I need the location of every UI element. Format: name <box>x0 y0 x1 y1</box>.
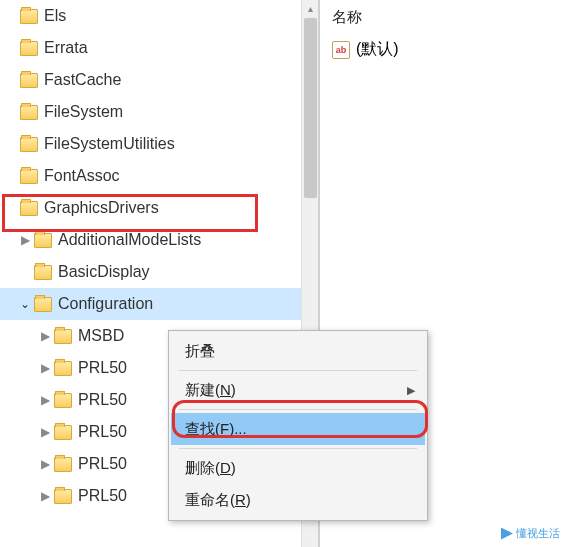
menu-item-find[interactable]: 查找(F)... <box>171 413 425 445</box>
context-menu: 折叠 新建(N) ▶ 查找(F)... 删除(D) 重命名(R) <box>168 330 428 521</box>
value-label: (默认) <box>356 39 399 60</box>
tree-item-fontassoc[interactable]: ▶ FontAssoc <box>0 160 318 192</box>
tree-item-errata[interactable]: ▶ Errata <box>0 32 318 64</box>
tree-label: Configuration <box>58 295 153 313</box>
menu-separator <box>179 448 417 449</box>
menu-item-collapse[interactable]: 折叠 <box>171 335 425 367</box>
folder-icon <box>34 265 52 280</box>
expander-icon[interactable]: ▶ <box>38 425 52 439</box>
scroll-up-icon[interactable]: ▴ <box>302 0 319 17</box>
submenu-arrow-icon: ▶ <box>407 384 415 397</box>
tree-item-graphicsdrivers[interactable]: ▶ GraphicsDrivers <box>0 192 318 224</box>
tree-item-els[interactable]: ▶ Els <box>0 0 318 32</box>
scrollbar-thumb[interactable] <box>304 18 317 198</box>
tree-item-filesystem[interactable]: ▶ FileSystem <box>0 96 318 128</box>
tree-label: MSBD <box>78 327 124 345</box>
expander-icon[interactable]: ⌄ <box>18 297 32 311</box>
tree-label: PRL50 <box>78 423 127 441</box>
tree-label: Errata <box>44 39 88 57</box>
folder-icon <box>20 201 38 216</box>
expander-icon[interactable]: ▶ <box>38 489 52 503</box>
watermark: 懂视生活 <box>501 526 560 541</box>
expander-icon[interactable]: ▶ <box>38 329 52 343</box>
menu-separator <box>179 370 417 371</box>
expander-icon[interactable]: ▶ <box>38 361 52 375</box>
folder-icon <box>54 361 72 376</box>
tree-label: PRL50 <box>78 487 127 505</box>
column-header-name[interactable]: 名称 <box>328 8 558 27</box>
folder-icon <box>20 9 38 24</box>
menu-item-rename[interactable]: 重命名(R) <box>171 484 425 516</box>
tree-item-fastcache[interactable]: ▶ FastCache <box>0 64 318 96</box>
tree-label: BasicDisplay <box>58 263 150 281</box>
tree-label: PRL50 <box>78 391 127 409</box>
expander-icon[interactable]: ▶ <box>18 233 32 247</box>
tree-label: FastCache <box>44 71 121 89</box>
folder-icon <box>54 457 72 472</box>
tree-item-additionalmodelists[interactable]: ▶ AdditionalModeLists <box>0 224 318 256</box>
tree-label: FontAssoc <box>44 167 120 185</box>
folder-icon <box>20 169 38 184</box>
folder-icon <box>34 233 52 248</box>
folder-icon <box>54 425 72 440</box>
menu-label: 折叠 <box>185 342 215 361</box>
tree-item-filesystemutilities[interactable]: ▶ FileSystemUtilities <box>0 128 318 160</box>
tree-label: PRL50 <box>78 455 127 473</box>
menu-separator <box>179 409 417 410</box>
folder-icon <box>20 73 38 88</box>
menu-label: 重命名(R) <box>185 491 251 510</box>
folder-icon <box>54 393 72 408</box>
folder-icon <box>54 329 72 344</box>
tree-item-configuration[interactable]: ⌄ Configuration <box>0 288 318 320</box>
tree-label: FileSystemUtilities <box>44 135 175 153</box>
tree-label: AdditionalModeLists <box>58 231 201 249</box>
tree-label: GraphicsDrivers <box>44 199 159 217</box>
folder-icon <box>20 105 38 120</box>
menu-label: 查找(F)... <box>185 420 247 439</box>
folder-icon <box>20 137 38 152</box>
expander-icon[interactable]: ▶ <box>38 457 52 471</box>
folder-icon <box>54 489 72 504</box>
tree-label: FileSystem <box>44 103 123 121</box>
tree-item-basicdisplay[interactable]: ▶ BasicDisplay <box>0 256 318 288</box>
folder-icon <box>20 41 38 56</box>
tree-label: PRL50 <box>78 359 127 377</box>
menu-label: 新建(N) <box>185 381 236 400</box>
menu-label: 删除(D) <box>185 459 236 478</box>
tree-label: Els <box>44 7 66 25</box>
watermark-icon <box>501 528 513 540</box>
menu-item-delete[interactable]: 删除(D) <box>171 452 425 484</box>
folder-icon <box>34 297 52 312</box>
string-value-icon: ab <box>332 41 350 59</box>
menu-item-new[interactable]: 新建(N) ▶ <box>171 374 425 406</box>
expander-icon[interactable]: ▶ <box>38 393 52 407</box>
value-item-default[interactable]: ab (默认) <box>328 39 558 60</box>
watermark-text: 懂视生活 <box>516 526 560 541</box>
